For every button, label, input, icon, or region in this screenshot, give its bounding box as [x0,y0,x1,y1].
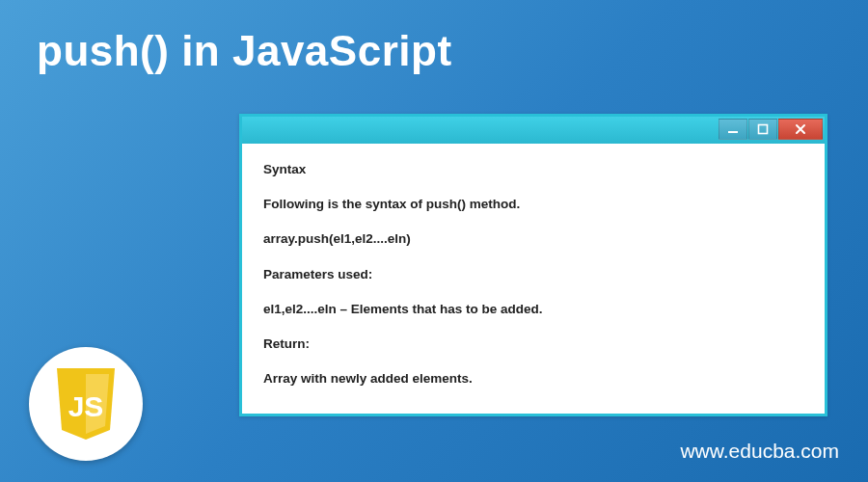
js-shield-icon: JS [51,364,121,443]
maximize-button[interactable] [748,119,777,140]
minimize-icon [727,123,739,135]
footer-url: www.educba.com [680,440,839,463]
window-content: Syntax Following is the syntax of push()… [242,144,825,414]
parameters-description: el1,el2....eln – Elements that has to be… [263,301,803,318]
maximize-icon [757,123,769,135]
page-title: push() in JavaScript [37,27,452,75]
svg-rect-0 [728,131,738,133]
syntax-heading: Syntax [263,161,803,178]
return-description: Array with newly added elements. [263,370,803,388]
js-logo: JS [29,347,143,461]
parameters-heading: Parameters used: [263,266,803,283]
svg-text:JS: JS [68,390,104,422]
example-window: Syntax Following is the syntax of push()… [239,114,827,416]
close-icon [794,122,807,136]
svg-rect-1 [759,125,768,134]
return-heading: Return: [263,335,803,353]
minimize-button[interactable] [719,119,747,140]
syntax-description: Following is the syntax of push() method… [263,196,803,213]
syntax-code: array.push(el1,el2....eln) [263,230,803,248]
window-titlebar [242,117,825,144]
close-button[interactable] [778,119,823,140]
